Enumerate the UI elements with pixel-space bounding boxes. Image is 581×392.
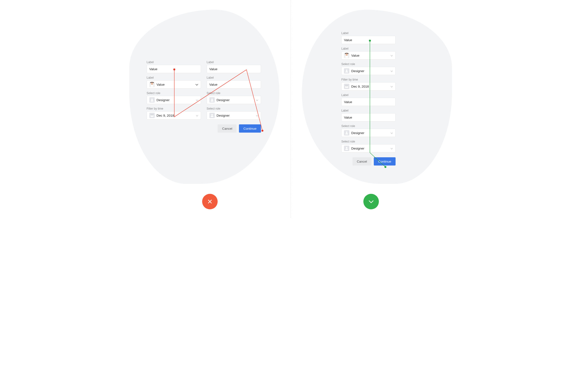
person-icon xyxy=(344,146,349,151)
field-label: Select role xyxy=(147,91,201,95)
person-icon xyxy=(344,68,349,73)
svg-point-9 xyxy=(211,114,213,116)
field-label: Label xyxy=(207,60,261,64)
example-bad: Label Value Label Value xyxy=(129,0,291,218)
text-input[interactable]: Value xyxy=(147,65,201,73)
field-label: Label xyxy=(341,93,396,97)
svg-point-20 xyxy=(346,132,348,133)
svg-rect-5 xyxy=(151,115,152,116)
chevron-down-icon xyxy=(256,113,258,117)
svg-point-0 xyxy=(151,83,153,85)
text-input[interactable]: Value xyxy=(341,98,396,106)
role-select[interactable]: Designer xyxy=(341,67,396,75)
chevron-down-icon xyxy=(196,98,198,102)
svg-point-12 xyxy=(346,54,348,56)
text-input[interactable]: Value xyxy=(207,80,261,88)
field-label: Label xyxy=(341,109,396,112)
svg-rect-13 xyxy=(345,56,348,58)
svg-rect-16 xyxy=(345,85,348,86)
field-label: Filter by time xyxy=(341,78,396,81)
verdict-bad-icon xyxy=(202,194,218,209)
role-select[interactable]: Designer xyxy=(341,129,396,137)
user-select[interactable]: Value xyxy=(147,80,201,88)
calendar-icon xyxy=(149,113,155,118)
svg-point-14 xyxy=(346,70,348,71)
field-label: Select role xyxy=(207,91,261,95)
field-label: Label xyxy=(341,31,396,35)
person-icon xyxy=(210,113,215,118)
svg-rect-7 xyxy=(152,115,153,116)
chevron-down-icon xyxy=(196,113,198,117)
verdict-good-icon xyxy=(363,194,379,209)
role-select[interactable]: Designer xyxy=(207,111,261,119)
svg-rect-6 xyxy=(152,115,152,116)
chevron-down-icon xyxy=(256,98,258,102)
form-column-b: Label Value Label Value Select role xyxy=(207,60,261,133)
field-label: Label xyxy=(147,60,201,64)
field-label: Label xyxy=(147,76,201,79)
date-select[interactable]: Dec 9, 2018 xyxy=(147,111,201,119)
text-input[interactable]: Value xyxy=(207,65,261,73)
calendar-icon xyxy=(344,84,349,89)
chevron-down-icon xyxy=(390,146,393,150)
field-label: Select role xyxy=(207,107,261,110)
person-icon xyxy=(210,97,215,103)
continue-button[interactable]: Continue xyxy=(374,157,396,165)
role-select[interactable]: Designer xyxy=(341,144,396,152)
role-select[interactable]: Designer xyxy=(207,96,261,104)
cancel-button[interactable]: Cancel xyxy=(218,124,236,133)
chevron-down-icon xyxy=(390,84,393,88)
field-label: Select role xyxy=(341,62,396,66)
svg-point-8 xyxy=(211,99,213,100)
form-column-a: Label Value Label Value xyxy=(147,60,201,133)
avatar-icon xyxy=(149,82,155,87)
date-select[interactable]: Dec 9, 2018 xyxy=(341,82,396,90)
vertical-divider xyxy=(290,0,291,218)
field-label: Label xyxy=(341,47,396,50)
chevron-down-icon xyxy=(390,53,393,57)
example-good: Label Value Label Value Sele xyxy=(290,0,452,218)
person-icon xyxy=(344,130,349,135)
cancel-button[interactable]: Cancel xyxy=(352,157,371,165)
svg-point-21 xyxy=(346,147,348,149)
text-input[interactable]: Value xyxy=(341,36,396,44)
svg-rect-18 xyxy=(346,86,347,87)
chevron-down-icon xyxy=(390,131,393,135)
form-column: Label Value Label Value Sele xyxy=(341,31,396,165)
svg-point-2 xyxy=(151,99,153,100)
svg-rect-19 xyxy=(347,86,348,87)
user-select[interactable]: Value xyxy=(341,51,396,59)
field-label: Select role xyxy=(341,124,396,128)
person-icon xyxy=(149,97,155,103)
svg-rect-1 xyxy=(150,85,154,87)
text-input[interactable]: Value xyxy=(341,113,396,121)
field-label: Label xyxy=(207,76,261,79)
continue-button[interactable]: Continue xyxy=(239,124,261,133)
avatar-icon xyxy=(344,53,349,58)
chevron-down-icon xyxy=(195,82,198,86)
role-select[interactable]: Designer xyxy=(147,96,201,104)
svg-rect-4 xyxy=(150,114,154,115)
chevron-down-icon xyxy=(390,69,393,73)
field-label: Select role xyxy=(341,140,396,143)
svg-rect-17 xyxy=(346,86,346,87)
field-label: Filter by time xyxy=(147,107,201,110)
